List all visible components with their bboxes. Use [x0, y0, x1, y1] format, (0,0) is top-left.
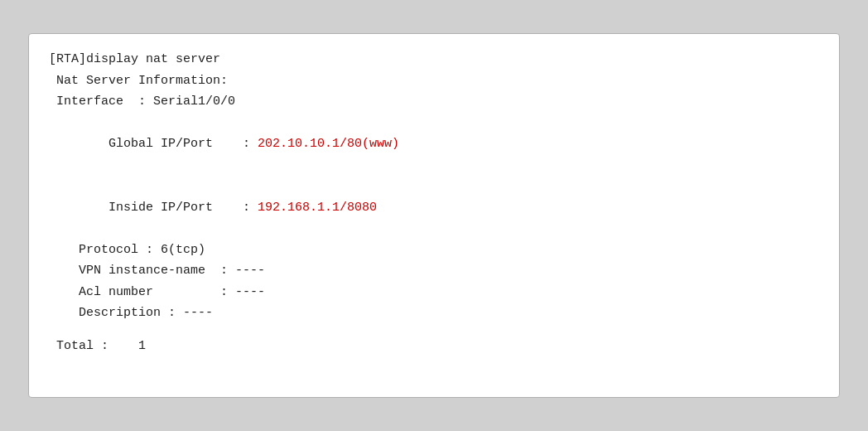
- cmd-line: [RTA]display nat server: [49, 49, 819, 70]
- inside-ip-value: 192.168.1.1/8080: [258, 201, 377, 215]
- vpn-line: VPN instance-name : ----: [49, 260, 819, 282]
- terminal-box: [RTA]display nat server Nat Server Infor…: [28, 33, 840, 398]
- inside-ip-line: Inside IP/Port : 192.168.1.1/8080: [49, 176, 819, 240]
- interface-line: Interface : Serial1/0/0: [49, 91, 819, 113]
- global-ip-line: Global IP/Port : 202.10.10.1/80(www): [49, 113, 819, 177]
- inside-ip-label: Inside IP/Port :: [79, 201, 258, 215]
- global-ip-value: 202.10.10.1/80(www): [258, 137, 399, 151]
- header-line: Nat Server Information:: [49, 70, 819, 92]
- global-ip-label: Global IP/Port :: [79, 137, 258, 151]
- acl-line: Acl number : ----: [49, 282, 819, 303]
- description-line: Description : ----: [49, 303, 819, 324]
- spacer: [49, 324, 819, 336]
- protocol-line: Protocol : 6(tcp): [49, 240, 819, 261]
- total-line: Total : 1: [49, 336, 819, 357]
